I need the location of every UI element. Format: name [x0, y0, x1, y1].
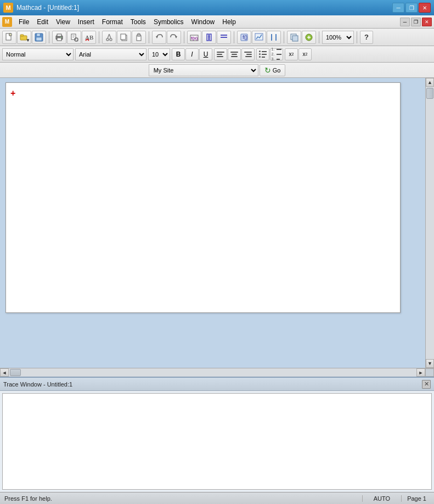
svg-point-19: [110, 38, 112, 41]
status-page-text: Page 1: [402, 495, 432, 502]
status-auto-badge: AUTO: [362, 495, 402, 502]
status-help-text: Press F1 for help.: [2, 495, 362, 502]
trace-title-bar: Trace Window - Untitled:1 ✕: [0, 378, 434, 391]
bold-button[interactable]: B: [172, 48, 185, 60]
print-button[interactable]: [52, 31, 66, 44]
font-select[interactable]: Arial Times New Roman Courier New Calibr…: [75, 48, 146, 60]
undo-button[interactable]: [152, 31, 166, 44]
superscript-button[interactable]: x2: [285, 48, 298, 60]
hscroll-track[interactable]: [9, 368, 416, 377]
menu-bar: M File Edit View Insert Format Tools Sym…: [0, 15, 434, 29]
horizontal-scrollbar-area: ◄ ►: [0, 368, 434, 377]
vscroll-track[interactable]: [426, 87, 434, 359]
svg-rect-8: [57, 34, 61, 36]
document-container: + ▲ ▼: [0, 78, 434, 368]
hscroll-thumb[interactable]: [10, 369, 21, 376]
extra-buttons-group: [287, 31, 316, 44]
menu-tools[interactable]: Tools: [127, 17, 149, 27]
svg-rect-6: [36, 37, 42, 41]
minimize-button[interactable]: ─: [392, 3, 404, 13]
svg-rect-31: [207, 34, 208, 41]
spellcheck-button[interactable]: ABC: [82, 31, 96, 44]
save-button[interactable]: [32, 31, 46, 44]
subscript-button[interactable]: x2: [298, 48, 312, 60]
align-left-button[interactable]: [214, 48, 227, 60]
undoredo-buttons-group: [152, 31, 181, 44]
separator4: [184, 31, 184, 43]
menu-help[interactable]: Help: [219, 17, 239, 27]
insert-region-button[interactable]: f(x): [187, 31, 201, 44]
vscroll-thumb[interactable]: [426, 88, 433, 99]
region-buttons-group: f(x): [187, 31, 231, 44]
scroll-down-button[interactable]: ▼: [426, 359, 434, 368]
new-button[interactable]: [2, 31, 16, 44]
copy-button[interactable]: [117, 31, 131, 44]
numbered-list-button[interactable]: 1. 2. 3.: [270, 48, 283, 60]
insert-matrix-button[interactable]: [202, 31, 216, 44]
trace-window-title: Trace Window - Untitled:1: [3, 381, 72, 388]
help-button[interactable]: ?: [360, 31, 373, 44]
svg-line-16: [77, 41, 78, 41]
paste-button[interactable]: [132, 31, 146, 44]
cut-button[interactable]: [102, 31, 116, 44]
inner-restore-button[interactable]: ❐: [411, 18, 421, 26]
title-bar: M Mathcad - [Untitled:1] ─ ❐ ✕: [0, 0, 434, 15]
svg-marker-1: [9, 33, 12, 36]
trace-window: Trace Window - Untitled:1 ✕: [0, 377, 434, 492]
menu-edit[interactable]: Edit: [33, 17, 52, 27]
svg-marker-28: [175, 36, 177, 38]
resource-button[interactable]: [302, 31, 316, 44]
restore-button[interactable]: ❐: [405, 3, 418, 13]
bullet-list-button[interactable]: [256, 48, 269, 60]
style-select[interactable]: Normal Heading 1 Heading 2 Heading 3: [2, 48, 74, 60]
menu-window[interactable]: Window: [188, 17, 218, 27]
bold-italic-underline-group: B I U: [172, 48, 212, 60]
hscroll-corner: [425, 368, 434, 377]
close-button[interactable]: ✕: [419, 3, 431, 13]
menu-view[interactable]: View: [53, 17, 74, 27]
align-right-button[interactable]: [241, 48, 255, 60]
underline-button[interactable]: U: [199, 48, 212, 60]
trace-close-button[interactable]: ✕: [422, 380, 431, 389]
site-select[interactable]: My Site: [149, 64, 258, 76]
scroll-up-button[interactable]: ▲: [426, 78, 434, 87]
plot-button[interactable]: [252, 31, 266, 44]
formatting-toolbar: Normal Heading 1 Heading 2 Heading 3 Ari…: [0, 46, 434, 63]
inner-minimize-button[interactable]: ─: [400, 18, 410, 26]
scroll-left-button[interactable]: ◄: [0, 368, 9, 377]
inner-close-button[interactable]: ✕: [422, 18, 432, 26]
align-center-button[interactable]: [228, 48, 241, 60]
menu-file[interactable]: File: [15, 17, 32, 27]
zoom-select[interactable]: 100% 50% 75% 125% 150% 200%: [322, 31, 354, 44]
calc-button[interactable]: f(): [237, 31, 251, 44]
mathcad-logo: M: [3, 3, 13, 13]
scroll-right-button[interactable]: ►: [416, 368, 425, 377]
insert-line-button[interactable]: [217, 31, 231, 44]
status-bar: Press F1 for help. AUTO Page 1: [0, 492, 434, 504]
svg-rect-38: [255, 33, 263, 40]
menu-symbolics[interactable]: Symbolics: [150, 17, 187, 27]
copy-special-button[interactable]: [287, 31, 301, 44]
menu-insert[interactable]: Insert: [75, 17, 98, 27]
insert-bar-button[interactable]: [267, 31, 281, 44]
insert-cursor[interactable]: +: [10, 88, 15, 98]
go-button[interactable]: ↻ Go: [260, 64, 286, 76]
redo-button[interactable]: [167, 31, 181, 44]
separator2: [99, 31, 99, 43]
document-canvas[interactable]: +: [5, 82, 401, 313]
title-bar-left: M Mathcad - [Untitled:1]: [3, 3, 79, 13]
italic-button[interactable]: I: [185, 48, 199, 60]
clipboard-buttons-group: [102, 31, 146, 44]
superscript-subscript-group: x2 x2: [285, 48, 312, 60]
print-preview-button[interactable]: [67, 31, 81, 44]
separator7: [319, 31, 319, 43]
open-button[interactable]: ▼: [17, 31, 31, 44]
size-select[interactable]: 10 8 9 11 12 14: [148, 48, 170, 60]
svg-line-21: [109, 34, 111, 38]
svg-point-10: [60, 37, 61, 38]
menu-format[interactable]: Format: [99, 17, 126, 27]
svg-rect-3: [20, 35, 24, 36]
title-controls: ─ ❐ ✕: [392, 3, 431, 13]
svg-rect-5: [37, 33, 40, 36]
vertical-scrollbar: ▲ ▼: [425, 78, 434, 368]
